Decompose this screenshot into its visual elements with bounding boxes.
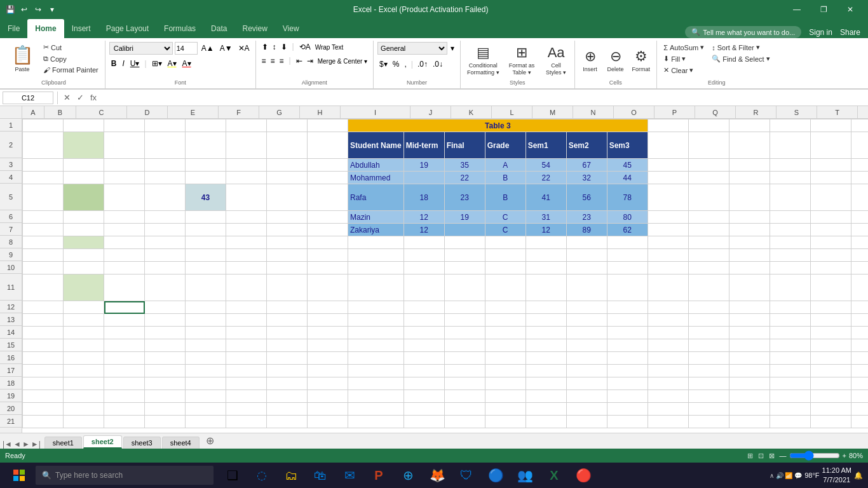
cell-I11[interactable] [348, 274, 404, 301]
cell-R11[interactable] [729, 274, 770, 301]
file-explorer-icon[interactable]: 🗂 [277, 463, 305, 488]
cell-P5[interactable] [648, 184, 688, 211]
cell-O8[interactable] [607, 236, 648, 249]
cell-I5[interactable]: Rafa [348, 184, 404, 211]
cell-I9[interactable] [348, 249, 404, 262]
cell-L10[interactable] [485, 262, 526, 274]
col-header-D[interactable]: D [127, 106, 168, 119]
cell-O2[interactable]: Sem3 [607, 132, 648, 159]
cell-J4[interactable] [403, 172, 444, 184]
cell-K2[interactable]: Final [444, 132, 485, 159]
row-header-1[interactable]: 1 [0, 119, 22, 132]
sort-filter-button[interactable]: ↕ Sort & Filter ▾ [709, 42, 772, 53]
cell-P8[interactable] [648, 236, 688, 249]
cell-T6[interactable] [810, 211, 851, 224]
cell-M7[interactable]: 12 [526, 224, 566, 236]
cell-D5[interactable] [145, 184, 186, 211]
cell-S10[interactable] [770, 262, 810, 274]
cell-G12[interactable] [267, 301, 308, 314]
font-name-select[interactable]: Calibri [109, 42, 173, 55]
cell-N8[interactable] [566, 236, 607, 249]
conditional-formatting-button[interactable]: ▤ ConditionalFormatting ▾ [465, 43, 502, 78]
cell-R12[interactable] [729, 301, 770, 314]
cell-B7[interactable] [64, 224, 104, 236]
cell-R4[interactable] [729, 172, 770, 184]
cell-D10[interactable] [145, 262, 186, 274]
delete-button[interactable]: ⊖ Delete [604, 47, 627, 74]
cell-B4[interactable] [64, 172, 104, 184]
clear-format-button[interactable]: ✕A [236, 43, 252, 53]
undo-icon[interactable]: ↩ [19, 4, 29, 15]
autosum-button[interactable]: Σ AutoSum ▾ [661, 42, 707, 53]
wrap-text-button[interactable]: Wrap Text [313, 42, 346, 52]
cell-G6[interactable] [267, 211, 308, 224]
cell-I10[interactable] [348, 262, 404, 274]
cell-B2[interactable] [64, 132, 104, 159]
cell-A3[interactable] [23, 159, 64, 172]
cell-U8[interactable] [851, 236, 868, 249]
cell-O7[interactable]: 62 [607, 224, 648, 236]
cell-B3[interactable] [64, 159, 104, 172]
cell-U5[interactable] [851, 184, 868, 211]
cell-F12[interactable] [226, 301, 267, 314]
cell-G7[interactable] [267, 224, 308, 236]
cell-F1[interactable] [226, 119, 267, 132]
cell-K5[interactable]: 23 [444, 184, 485, 211]
format-as-table-button[interactable]: ⊞ Format asTable ▾ [505, 43, 539, 78]
cell-C5[interactable] [104, 184, 145, 211]
cell-T4[interactable] [810, 172, 851, 184]
cell-S4[interactable] [770, 172, 810, 184]
increase-decimal-button[interactable]: .0↑ [416, 59, 430, 69]
cell-N5[interactable]: 56 [566, 184, 607, 211]
cell-L7[interactable]: C [485, 224, 526, 236]
cell-E5[interactable]: 43 [186, 184, 226, 211]
col-header-E[interactable]: E [168, 106, 219, 119]
col-header-Q[interactable]: Q [695, 106, 736, 119]
underline-button[interactable]: U▾ [128, 58, 142, 69]
col-header-J[interactable]: J [410, 106, 451, 119]
border-button[interactable]: ⊞▾ [150, 58, 164, 69]
tab-formulas[interactable]: Formulas [156, 19, 203, 38]
col-header-A[interactable]: A [22, 106, 44, 119]
cell-D12[interactable] [145, 301, 186, 314]
number-format-expand[interactable]: ▾ [449, 43, 456, 53]
cell-D2[interactable] [145, 132, 186, 159]
cell-E2[interactable] [186, 132, 226, 159]
cell-O4[interactable]: 44 [607, 172, 648, 184]
cell-U6[interactable] [851, 211, 868, 224]
comma-button[interactable]: , [402, 59, 408, 69]
row-header-4[interactable]: 4 [0, 171, 22, 184]
cell-P9[interactable] [648, 249, 688, 262]
cell-F3[interactable] [226, 159, 267, 172]
cell-F9[interactable] [226, 249, 267, 262]
cell-T12[interactable] [810, 301, 851, 314]
cell-R3[interactable] [729, 159, 770, 172]
col-header-H[interactable]: H [300, 106, 341, 119]
paste-button[interactable]: 📋 Paste [6, 42, 38, 75]
cell-C1[interactable] [104, 119, 145, 132]
cell-L6[interactable]: C [485, 211, 526, 224]
col-header-I[interactable]: I [341, 106, 410, 119]
cell-N12[interactable] [566, 301, 607, 314]
name-box[interactable] [3, 92, 53, 104]
tab-file[interactable]: File [0, 19, 27, 38]
col-header-K[interactable]: K [451, 106, 492, 119]
cell-N2[interactable]: Sem2 [566, 132, 607, 159]
tab-home[interactable]: Home [27, 19, 64, 38]
page-break-view-button[interactable]: ⊠ [769, 452, 775, 460]
row-header-6[interactable]: 6 [0, 210, 22, 223]
zoom-range[interactable] [789, 451, 840, 461]
cell-N7[interactable]: 89 [566, 224, 607, 236]
cell-G4[interactable] [267, 172, 308, 184]
cell-O11[interactable] [607, 274, 648, 301]
cell-P10[interactable] [648, 262, 688, 274]
row-header-3[interactable]: 3 [0, 158, 22, 171]
teams-icon[interactable]: 👥 [511, 463, 539, 488]
align-bottom-button[interactable]: ⬇ [279, 42, 289, 52]
cell-H7[interactable] [308, 224, 348, 236]
col-header-N[interactable]: N [573, 106, 614, 119]
cell-E6[interactable] [186, 211, 226, 224]
row-header-11[interactable]: 11 [0, 274, 22, 301]
cell-H3[interactable] [308, 159, 348, 172]
cell-E1[interactable] [186, 119, 226, 132]
